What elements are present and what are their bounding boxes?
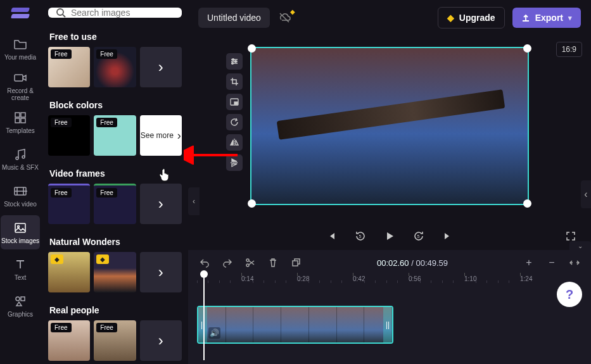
timeline-tracks[interactable]: Saigal blues file 4.mp4 || || 🔊 — [188, 292, 591, 364]
resize-handle[interactable] — [248, 199, 256, 208]
redo-icon[interactable] — [220, 255, 235, 270]
section-title: Real people — [49, 305, 182, 315]
see-more-arrow[interactable] — [140, 320, 182, 361]
rail-label: Record & create — [1, 87, 40, 101]
asset-tile[interactable]: Free — [94, 115, 136, 156]
svg-point-21 — [246, 264, 249, 267]
timeline: ⌄ 00:02.60 / 00:49.59 + − — [188, 250, 591, 364]
asset-tile[interactable]: Free — [94, 184, 136, 224]
zoom-in-icon[interactable]: + — [521, 255, 537, 270]
playback-controls: 5 5 — [188, 227, 591, 245]
rail-stock-images[interactable]: Stock images — [1, 215, 40, 249]
asset-tile[interactable]: Free — [48, 320, 90, 361]
zoom-fit-icon[interactable] — [567, 255, 582, 270]
adjust-tool-icon[interactable] — [226, 53, 243, 70]
section-title: Free to use — [49, 32, 182, 42]
timeline-collapse-toggle[interactable]: ⌄ — [569, 241, 591, 250]
svg-text:5: 5 — [359, 234, 362, 239]
free-badge: Free — [96, 118, 117, 127]
ruler-tick: 0:56 — [409, 275, 421, 282]
split-icon[interactable] — [243, 255, 258, 270]
right-panel-toggle[interactable]: ‹ — [581, 180, 591, 208]
assets-panel: Free to use Free Free Block colors Free … — [41, 0, 188, 364]
flip-h-tool-icon[interactable] — [226, 134, 243, 151]
asset-tile[interactable]: ◆ — [48, 252, 90, 292]
clip-volume-icon[interactable]: 🔊 — [208, 327, 220, 339]
resize-handle[interactable] — [248, 44, 256, 53]
export-button[interactable]: Export ▾ — [512, 8, 581, 28]
free-badge: Free — [96, 323, 117, 332]
project-title[interactable]: Untitled video — [198, 8, 270, 28]
skip-start-icon[interactable] — [322, 227, 340, 245]
video-frame[interactable] — [250, 47, 529, 205]
search-box[interactable] — [48, 8, 182, 18]
rewind-5-icon[interactable]: 5 — [352, 227, 369, 245]
svg-rect-4 — [21, 118, 25, 123]
rail-record-create[interactable]: Record & create — [1, 68, 40, 103]
text-icon — [13, 257, 28, 272]
upgrade-button[interactable]: ◆ Upgrade — [438, 7, 505, 28]
svg-point-20 — [246, 259, 249, 261]
left-nav-rail: Your media Record & create Templates Mus… — [0, 0, 41, 364]
rail-your-media[interactable]: Your media — [1, 32, 40, 66]
asset-tile[interactable]: Free — [48, 115, 90, 156]
resize-handle[interactable] — [523, 199, 531, 208]
rail-label: Your media — [4, 54, 36, 61]
rail-music-sfx[interactable]: Music & SFX — [1, 142, 40, 176]
cloud-sync-icon[interactable]: ◆ — [277, 11, 291, 25]
svg-rect-17 — [234, 102, 238, 104]
clip-trim-left[interactable]: || — [198, 307, 207, 342]
asset-tile[interactable]: ◆ — [94, 252, 136, 292]
asset-tile[interactable]: Free — [48, 184, 90, 224]
search-input[interactable] — [71, 8, 174, 18]
block-colors-see-more[interactable]: See more — [140, 115, 182, 156]
svg-rect-11 — [21, 297, 25, 301]
rail-label: Templates — [6, 127, 35, 134]
see-more-arrow[interactable] — [140, 184, 182, 224]
help-button[interactable]: ? — [557, 282, 582, 307]
forward-5-icon[interactable]: 5 — [410, 227, 428, 245]
clip-trim-right[interactable]: || — [383, 307, 392, 342]
video-clip[interactable]: Saigal blues file 4.mp4 || || 🔊 — [197, 306, 393, 344]
see-more-arrow[interactable] — [140, 47, 182, 87]
see-more-arrow[interactable] — [140, 252, 182, 292]
rotate-tool-icon[interactable] — [226, 114, 243, 130]
undo-icon[interactable] — [197, 255, 212, 270]
rail-label: Stock video — [4, 201, 37, 208]
rail-graphics[interactable]: Graphics — [1, 289, 40, 323]
asset-tile[interactable]: Free — [48, 47, 90, 87]
preview-canvas[interactable] — [250, 47, 529, 205]
resize-handle[interactable] — [523, 44, 531, 53]
rail-stock-video[interactable]: Stock video — [1, 179, 40, 213]
camera-icon — [13, 70, 28, 85]
canvas-side-tools — [226, 53, 243, 171]
rail-templates[interactable]: Templates — [1, 105, 40, 139]
pip-tool-icon[interactable] — [226, 94, 243, 110]
main-area: Untitled video ◆ ◆ Upgrade Export ▾ 16:9 — [188, 0, 591, 364]
play-icon[interactable] — [381, 227, 398, 245]
zoom-out-icon[interactable]: − — [544, 255, 559, 270]
duplicate-icon[interactable] — [288, 255, 303, 270]
timeline-ruler[interactable]: 0:140:280:420:561:101:24 — [188, 275, 591, 292]
preview-stage: 16:9 — [188, 35, 591, 250]
playhead[interactable] — [203, 274, 205, 360]
delete-icon[interactable] — [265, 255, 281, 270]
premium-badge: ◆ — [96, 254, 109, 264]
free-badge: Free — [51, 49, 72, 59]
topbar: Untitled video ◆ ◆ Upgrade Export ▾ — [188, 0, 591, 35]
rail-text[interactable]: Text — [1, 252, 40, 286]
section-title: Natural Wonders — [49, 237, 182, 247]
crop-tool-icon[interactable] — [226, 73, 243, 90]
see-more-label: See more — [141, 131, 174, 140]
panel-collapse-toggle[interactable]: ‹ — [188, 187, 200, 215]
chevron-down-icon: ▾ — [568, 14, 572, 22]
asset-tile[interactable]: Free — [94, 320, 136, 361]
flip-v-tool-icon[interactable] — [226, 154, 243, 171]
svg-rect-8 — [15, 223, 25, 232]
premium-diamond-icon: ◆ — [290, 8, 295, 15]
asset-tile[interactable]: Free — [94, 47, 136, 87]
svg-point-15 — [232, 63, 234, 65]
skip-end-icon[interactable] — [439, 227, 457, 245]
svg-point-5 — [16, 157, 18, 160]
aspect-ratio-button[interactable]: 16:9 — [556, 42, 582, 57]
